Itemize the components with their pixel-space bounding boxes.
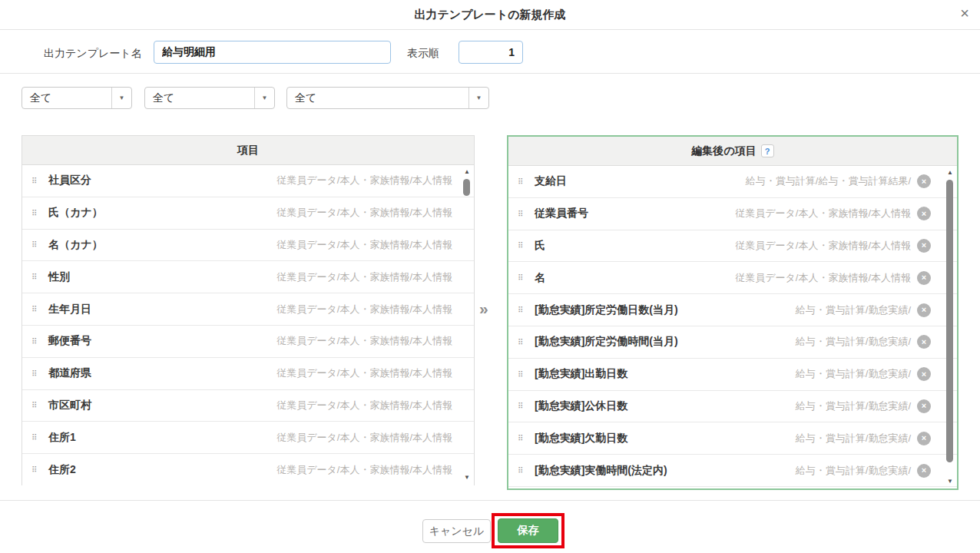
remove-item-icon[interactable]: × (917, 239, 931, 253)
list-item[interactable]: ⠿ 名 従業員データ/本人・家族情報/本人情報 × (508, 262, 957, 294)
list-item[interactable]: ⠿ [勤怠実績]実働時間(法定内) 給与・賞与計算/勤怠実績/ × (508, 455, 957, 487)
drag-handle-icon[interactable]: ⠿ (518, 434, 535, 442)
remove-item-icon[interactable]: × (917, 303, 931, 317)
filter-dropdown-2[interactable]: 全て ▼ (144, 87, 275, 109)
close-icon[interactable]: × (960, 5, 969, 21)
item-label: 市区町村 (48, 399, 91, 412)
drag-handle-icon[interactable]: ⠿ (31, 433, 48, 442)
list-item[interactable]: ⠿ 社員区分 従業員データ/本人・家族情報/本人情報 (22, 165, 474, 197)
list-item[interactable]: ⠿ 郵便番号 従業員データ/本人・家族情報/本人情報 (22, 326, 474, 358)
source-items-panel: 項目 ⠿ 社員区分 従業員データ/本人・家族情報/本人情報 ⠿ 氏（カナ） 従業… (22, 135, 475, 485)
drag-handle-icon[interactable]: ⠿ (518, 210, 535, 218)
item-path: 従業員データ/本人・家族情報/本人情報 (276, 399, 474, 412)
item-label: 生年月日 (48, 303, 91, 316)
scroll-down-icon[interactable]: ▼ (945, 478, 955, 485)
drag-handle-icon[interactable]: ⠿ (518, 177, 535, 186)
list-item[interactable]: ⠿ 性別 従業員データ/本人・家族情報/本人情報 (22, 261, 474, 293)
drag-handle-icon[interactable]: ⠿ (31, 177, 48, 185)
drag-handle-icon[interactable]: ⠿ (518, 338, 535, 346)
list-item[interactable]: ⠿ 従業員番号 従業員データ/本人・家族情報/本人情報 × (508, 198, 957, 230)
item-path: 給与・賞与計算/勤怠実績/ (796, 303, 917, 317)
list-item[interactable]: ⠿ 住所2 従業員データ/本人・家族情報/本人情報 (22, 454, 474, 485)
filter-dropdown-1-value: 全て (22, 91, 111, 105)
remove-item-icon[interactable]: × (917, 335, 931, 349)
help-icon[interactable]: ? (761, 144, 774, 157)
list-item[interactable]: ⠿ [勤怠実績]出勤日数 給与・賞与計算/勤怠実績/ × (508, 359, 957, 391)
remove-item-icon[interactable]: × (917, 271, 931, 285)
scroll-down-icon[interactable]: ▼ (462, 474, 472, 482)
item-label: 氏 (535, 239, 545, 253)
item-label: [勤怠実績]実働時間(法定内) (535, 464, 667, 478)
remove-item-icon[interactable]: × (917, 432, 931, 445)
target-panel-header-label: 編集後の項目 (691, 144, 756, 158)
list-item[interactable]: ⠿ [勤怠実績]所定労働時間(当月) 給与・賞与計算/勤怠実績/ × (508, 326, 957, 359)
item-path: 給与・賞与計算/勤怠実績/ (796, 335, 917, 349)
item-label: 支給日 (535, 174, 567, 188)
drag-handle-icon[interactable]: ⠿ (518, 402, 535, 410)
move-right-icon[interactable]: » (479, 300, 488, 318)
remove-item-icon[interactable]: × (917, 207, 931, 220)
item-path: 従業員データ/本人・家族情報/本人情報 (276, 206, 474, 220)
drag-handle-icon[interactable]: ⠿ (31, 305, 48, 313)
list-item[interactable]: ⠿ [勤怠実績]公休日数 給与・賞与計算/勤怠実績/ × (508, 391, 957, 423)
item-label: 性別 (48, 270, 70, 284)
list-item[interactable]: ⠿ 都道府県 従業員データ/本人・家族情報/本人情報 (22, 358, 474, 390)
scrollbar-thumb[interactable] (946, 180, 953, 462)
save-button[interactable]: 保存 (498, 518, 558, 543)
drag-handle-icon[interactable]: ⠿ (31, 273, 48, 281)
drag-handle-icon[interactable]: ⠿ (31, 337, 48, 346)
item-path: 従業員データ/本人・家族情報/本人情報 (276, 238, 474, 252)
item-label: [勤怠実績]出勤日数 (535, 367, 627, 381)
item-path: 従業員データ/本人・家族情報/本人情報 (276, 174, 474, 187)
drag-handle-icon[interactable]: ⠿ (518, 370, 535, 379)
list-item[interactable]: ⠿ 生年月日 従業員データ/本人・家族情報/本人情報 (22, 293, 474, 326)
list-item[interactable]: ⠿ 住所1 従業員データ/本人・家族情報/本人情報 (22, 422, 474, 454)
remove-item-icon[interactable]: × (917, 464, 931, 478)
item-label: 住所2 (48, 463, 76, 477)
item-path: 給与・賞与計算/勤怠実績/ (796, 464, 917, 478)
list-item[interactable]: ⠿ 氏（カナ） 従業員データ/本人・家族情報/本人情報 (22, 197, 474, 230)
template-name-input[interactable] (154, 41, 391, 64)
source-panel-header: 項目 (22, 136, 474, 165)
item-label: 都道府県 (48, 366, 91, 380)
drag-handle-icon[interactable]: ⠿ (31, 209, 48, 217)
divider (0, 500, 980, 501)
template-name-label: 出力テンプレート名 (44, 47, 142, 61)
remove-item-icon[interactable]: × (917, 174, 931, 188)
filter-dropdown-3[interactable]: 全て ▼ (286, 87, 489, 109)
source-scrollbar[interactable]: ▲ ▼ (462, 168, 472, 482)
drag-handle-icon[interactable]: ⠿ (31, 240, 48, 249)
item-path: 従業員データ/本人・家族情報/本人情報 (276, 366, 474, 380)
list-item[interactable]: ⠿ [勤怠実績]欠勤日数 給与・賞与計算/勤怠実績/ × (508, 422, 957, 455)
remove-item-icon[interactable]: × (917, 399, 931, 413)
list-item[interactable]: ⠿ 名（カナ） 従業員データ/本人・家族情報/本人情報 (22, 230, 474, 262)
drag-handle-icon[interactable]: ⠿ (31, 401, 48, 409)
filter-dropdown-1[interactable]: 全て ▼ (22, 87, 132, 109)
list-item[interactable]: ⠿ 氏 従業員データ/本人・家族情報/本人情報 × (508, 230, 957, 263)
list-item[interactable]: ⠿ [勤怠実績]所定労働日数(当月) 給与・賞与計算/勤怠実績/ × (508, 294, 957, 326)
drag-handle-icon[interactable]: ⠿ (518, 273, 535, 282)
list-item[interactable]: ⠿ 市区町村 従業員データ/本人・家族情報/本人情報 (22, 390, 474, 422)
item-label: [勤怠実績]所定労働時間(当月) (535, 335, 678, 349)
item-label: 名 (535, 271, 545, 285)
target-scrollbar[interactable]: ▲ ▼ (945, 169, 955, 485)
scroll-up-icon[interactable]: ▲ (462, 168, 472, 176)
item-path: 給与・賞与計算/勤怠実績/ (796, 367, 917, 381)
item-path: 従業員データ/本人・家族情報/本人情報 (276, 270, 474, 284)
list-item[interactable]: ⠿ 支給日 給与・賞与計算/給与・賞与計算結果/ × (508, 166, 957, 198)
target-items-panel: 編集後の項目 ? ⠿ 支給日 給与・賞与計算/給与・賞与計算結果/ × ⠿ 従業… (507, 135, 958, 490)
target-item-list: ⠿ 支給日 給与・賞与計算/給与・賞与計算結果/ × ⠿ 従業員番号 従業員デー… (508, 166, 957, 488)
drag-handle-icon[interactable]: ⠿ (518, 466, 535, 475)
drag-handle-icon[interactable]: ⠿ (31, 369, 48, 378)
item-path: 給与・賞与計算/勤怠実績/ (796, 432, 917, 445)
remove-item-icon[interactable]: × (917, 367, 931, 381)
scroll-up-icon[interactable]: ▲ (945, 169, 955, 177)
drag-handle-icon[interactable]: ⠿ (518, 241, 535, 250)
display-order-input[interactable] (459, 41, 523, 64)
item-path: 給与・賞与計算/勤怠実績/ (796, 399, 917, 413)
drag-handle-icon[interactable]: ⠿ (31, 465, 48, 474)
scrollbar-thumb[interactable] (463, 179, 470, 196)
drag-handle-icon[interactable]: ⠿ (518, 306, 535, 314)
item-label: [勤怠実績]欠勤日数 (535, 432, 627, 445)
cancel-button[interactable]: キャンセル (422, 519, 491, 543)
